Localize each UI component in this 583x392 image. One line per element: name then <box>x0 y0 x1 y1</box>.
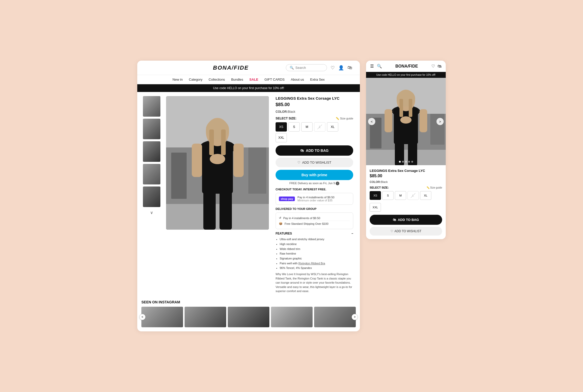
bag-icon[interactable]: 🛍 <box>348 65 352 70</box>
size-m[interactable]: M <box>301 122 313 132</box>
mobile-size-m[interactable]: M <box>395 191 406 200</box>
mobile-panel: ☰ 🔍 BONA/FIDE ♡ 🛍 Use code HELLO on your… <box>366 61 446 239</box>
shoppay-installments: Pay in 4 installments of $9.50 <box>297 196 334 199</box>
svg-rect-3 <box>171 153 187 199</box>
thumb-3[interactable] <box>143 141 160 162</box>
nav-extra-sex[interactable]: Extra Sex <box>310 78 325 81</box>
add-to-bag-button[interactable]: 🛍 ADD TO BAG <box>276 145 353 156</box>
size-xl[interactable]: XL <box>327 122 338 132</box>
shoppay-minimum: Minimum order value of $35 <box>297 199 334 202</box>
svg-rect-31 <box>399 99 403 117</box>
color-label: COLOR:Black <box>276 110 353 114</box>
mobile-product-image: < > <box>366 78 446 165</box>
svg-rect-28 <box>420 109 427 132</box>
svg-rect-8 <box>203 189 216 230</box>
nav-bundles[interactable]: Bundles <box>231 78 243 81</box>
feature-item: Ultra-soft and stretchy ribbed jersey <box>280 237 353 242</box>
mobile-size-xl[interactable]: XL <box>420 191 431 200</box>
shoppay-logo: shop pay <box>279 197 295 201</box>
size-l[interactable]: L <box>314 122 325 132</box>
mobile-promo-banner: Use code HELLO on your first purchase fo… <box>366 72 446 78</box>
product-name: LEGGINGS Extra Sex Corsage LYC <box>276 96 353 100</box>
dot-4 <box>408 161 410 163</box>
thumbnail-column: ∨ <box>141 96 162 293</box>
rivington-link[interactable]: Rivington Ribbed Bra <box>298 262 325 265</box>
search-icon-mobile[interactable]: 🔍 <box>377 64 382 69</box>
page-wrapper: BONA/FIDE 🔍 ♡ 👤 🛍 New in Category Collec… <box>137 61 446 331</box>
search-icon: 🔍 <box>290 66 294 70</box>
feature-item: High neckline <box>280 242 353 247</box>
nav-gift-cards[interactable]: GIFT CARDS <box>265 78 285 81</box>
svg-rect-14 <box>209 129 214 155</box>
svg-rect-24 <box>394 108 418 144</box>
promo-text: Use code HELLO on your first purchase fo… <box>213 86 284 90</box>
nav-about-us[interactable]: About us <box>291 78 304 81</box>
svg-rect-4 <box>248 147 266 194</box>
mobile-wishlist-icon[interactable]: ♡ <box>431 64 435 69</box>
wishlist-icon[interactable]: ♡ <box>331 65 335 71</box>
search-bar[interactable]: 🔍 <box>286 64 327 71</box>
features-list: Ultra-soft and stretchy ribbed jersey Hi… <box>276 237 353 270</box>
svg-rect-9 <box>220 189 232 230</box>
svg-point-33 <box>400 116 412 124</box>
mobile-logo: BONA/FIDE <box>395 64 418 69</box>
mobile-size-xxl[interactable]: XXL <box>370 203 381 212</box>
mobile-size-l[interactable]: L <box>407 191 419 200</box>
instagram-thumb-4 <box>271 307 313 327</box>
mobile-bottom-padding <box>366 236 446 239</box>
mobile-color-label: COLOR:Black <box>370 180 442 183</box>
promo-banner: Use code HELLO on your first purchase fo… <box>137 84 360 92</box>
instagram-prev-button[interactable]: < <box>139 314 145 320</box>
size-xxl[interactable]: XXL <box>276 133 287 142</box>
mobile-header-right: ♡ 🛍 <box>431 64 442 69</box>
dot-5 <box>411 161 413 163</box>
mobile-add-to-wishlist-button[interactable]: ♡ ADD TO WISHLIST <box>370 227 442 236</box>
feature-item: Wide ribbed trim <box>280 247 353 251</box>
mobile-size-s[interactable]: S <box>382 191 394 200</box>
instagram-section: SEEN ON INSTAGRAM < > <box>137 297 360 331</box>
instagram-thumb-5 <box>314 307 356 327</box>
feature-item: Pairs well with Rivington Ribbed Bra <box>280 261 353 266</box>
feature-item: Raw hemline <box>280 251 353 256</box>
mobile-product-name: LEGGINGS Extra Sex Corsage LYC <box>370 169 442 173</box>
mobile-carousel-dots <box>399 161 413 163</box>
nav-sale[interactable]: SALE <box>249 78 258 81</box>
account-icon[interactable]: 👤 <box>338 65 344 71</box>
mobile-bag-icon[interactable]: 🛍 <box>438 64 442 69</box>
mobile-next-arrow[interactable]: > <box>436 118 444 125</box>
features-desc: Why We Love It Inspired by WSLY's best-s… <box>276 272 353 293</box>
size-guide-link[interactable]: 📏 Size guide <box>336 117 353 120</box>
main-product-image <box>166 96 269 230</box>
desktop-nav: New in Category Collections Bundles SALE… <box>137 75 360 84</box>
nav-category[interactable]: Category <box>189 78 203 81</box>
nav-new-in[interactable]: New in <box>172 78 183 81</box>
delivery-group-label: DELIVERED TO YOUR GROUP <box>276 207 353 210</box>
mobile-size-xs[interactable]: XS <box>370 191 381 200</box>
nav-collections[interactable]: Collections <box>209 78 225 81</box>
size-xs[interactable]: XS <box>276 122 287 132</box>
mobile-size-guide[interactable]: 📏 Size guide <box>426 186 442 189</box>
features-section: FEATURES − Ultra-soft and stretchy ribbe… <box>276 232 353 293</box>
mobile-product-price: $85.00 <box>370 174 442 178</box>
add-to-wishlist-button[interactable]: ♡ ADD TO WISHLIST <box>276 158 353 167</box>
svg-rect-7 <box>202 142 233 194</box>
thumb-2[interactable] <box>143 119 160 139</box>
svg-rect-11 <box>233 144 244 177</box>
thumb-1[interactable] <box>143 96 160 117</box>
search-input[interactable] <box>295 66 323 70</box>
instagram-next-button[interactable]: > <box>352 314 358 320</box>
size-s[interactable]: S <box>288 122 300 132</box>
buy-with-prime-button[interactable]: Buy with prime <box>276 170 353 180</box>
checkout-label: CHECKOUT TODAY. INTEREST FREE. <box>276 188 353 191</box>
dot-2 <box>402 161 404 163</box>
mobile-add-to-bag-button[interactable]: 🛍 ADD TO BAG <box>370 215 442 225</box>
hamburger-icon[interactable]: ☰ <box>370 64 374 69</box>
mobile-prev-arrow[interactable]: < <box>368 118 375 125</box>
feature-item: Signature graphic <box>280 256 353 261</box>
thumb-down-chevron[interactable]: ∨ <box>150 210 153 215</box>
mobile-size-label: SELECT SIZE: <box>370 186 389 189</box>
thumb-4[interactable] <box>143 164 160 184</box>
delivery-row-1: ↺ Pay in 4 installments of $9.50 <box>279 215 350 221</box>
svg-rect-15 <box>221 129 226 155</box>
thumb-5[interactable] <box>143 186 160 207</box>
